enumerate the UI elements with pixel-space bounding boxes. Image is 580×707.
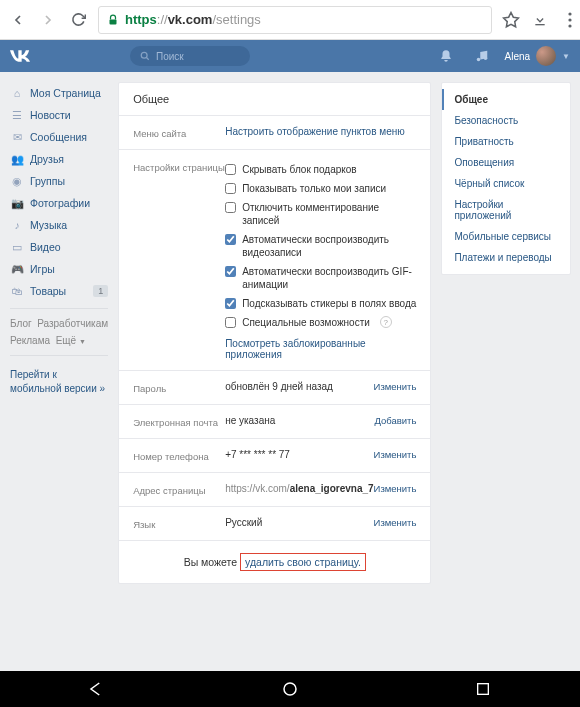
android-home-button[interactable]: [276, 675, 304, 703]
reload-button[interactable]: [68, 10, 88, 30]
nav-my-page[interactable]: ⌂Моя Страница: [10, 82, 108, 104]
ads-link[interactable]: Реклама: [10, 335, 50, 346]
search-icon: [140, 51, 150, 61]
vk-logo-icon[interactable]: [10, 50, 30, 62]
star-icon[interactable]: [502, 11, 522, 29]
android-back-button[interactable]: [83, 675, 111, 703]
checkbox-only-my-posts[interactable]: Показывать только мои записи: [225, 179, 416, 198]
games-icon: 🎮: [10, 262, 24, 276]
groups-icon: ◉: [10, 174, 24, 188]
checkbox-disable-comments[interactable]: Отключить комментирование записей: [225, 198, 416, 230]
tab-app-settings[interactable]: Настройки приложений: [442, 194, 570, 226]
address-label: Адрес страницы: [133, 483, 225, 496]
password-label: Пароль: [133, 381, 225, 394]
phone-change-link[interactable]: Изменить: [374, 449, 417, 462]
delete-account-link[interactable]: удалить свою страницу.: [240, 553, 366, 571]
nav-market[interactable]: 🛍Товары1: [10, 280, 108, 302]
tab-payments[interactable]: Платежи и переводы: [442, 247, 570, 268]
svg-point-7: [476, 58, 480, 62]
browser-bar: https://vk.com/settings: [0, 0, 580, 40]
chevron-down-icon: ▼: [562, 52, 570, 61]
nav-photos[interactable]: 📷Фотографии: [10, 192, 108, 214]
nav-messages[interactable]: ✉Сообщения: [10, 126, 108, 148]
mobile-version-link[interactable]: Перейти к мобильной версии »: [10, 362, 108, 396]
password-value: обновлён 9 дней назад: [225, 381, 373, 394]
address-change-link[interactable]: Изменить: [374, 483, 417, 496]
menu-configure-link[interactable]: Настроить отображение пунктов меню: [225, 126, 416, 139]
svg-point-6: [141, 52, 147, 58]
url-bar[interactable]: https://vk.com/settings: [98, 6, 492, 34]
email-label: Электронная почта: [133, 415, 225, 428]
lang-change-link[interactable]: Изменить: [374, 517, 417, 530]
tab-mobile[interactable]: Мобильные сервисы: [442, 226, 570, 247]
music-nav-icon: ♪: [10, 218, 24, 232]
news-icon: ☰: [10, 108, 24, 122]
email-add-link[interactable]: Добавить: [374, 415, 416, 428]
phone-label: Номер телефона: [133, 449, 225, 462]
settings-tabs: Общее Безопасность Приватность Оповещени…: [441, 82, 571, 275]
svg-rect-2: [535, 24, 544, 25]
checkbox-autoplay-video[interactable]: Автоматически воспроизводить видеозаписи: [225, 230, 416, 262]
lock-icon: [107, 14, 119, 26]
lang-label: Язык: [133, 517, 225, 530]
nav-music[interactable]: ♪Музыка: [10, 214, 108, 236]
market-icon: 🛍: [10, 284, 24, 298]
android-nav-bar: [0, 671, 580, 707]
user-menu[interactable]: Alena ▼: [505, 46, 571, 66]
svg-point-9: [284, 683, 296, 695]
badge: 1: [93, 285, 108, 297]
vk-header: Поиск Alena ▼: [0, 40, 580, 72]
svg-rect-10: [478, 684, 489, 695]
svg-marker-1: [504, 12, 519, 26]
footer-links-2: Реклама Ещё ▼: [10, 332, 108, 349]
dev-link[interactable]: Разработчикам: [37, 318, 108, 329]
delete-account-row: Вы можете удалить свою страницу.: [119, 541, 430, 583]
svg-point-3: [568, 12, 571, 15]
download-icon[interactable]: [532, 12, 552, 28]
music-icon[interactable]: [475, 49, 489, 63]
settings-card: Общее Меню сайта Настроить отображение п…: [118, 82, 431, 584]
friends-icon: 👥: [10, 152, 24, 166]
phone-value: +7 *** *** ** 77: [225, 449, 373, 462]
username: Alena: [505, 51, 531, 62]
blocked-apps-link[interactable]: Посмотреть заблокированные приложения: [225, 332, 416, 360]
svg-point-4: [568, 18, 571, 21]
checkbox-sticker-hints[interactable]: Подсказывать стикеры в полях ввода: [225, 294, 416, 313]
tab-notifications[interactable]: Оповещения: [442, 152, 570, 173]
nav-games[interactable]: 🎮Игры: [10, 258, 108, 280]
notifications-icon[interactable]: [439, 49, 453, 63]
password-change-link[interactable]: Изменить: [374, 381, 417, 394]
checkbox-hide-gifts[interactable]: Скрывать блок подарков: [225, 160, 416, 179]
url-text: https://vk.com/settings: [125, 12, 261, 27]
search-input[interactable]: Поиск: [130, 46, 250, 66]
avatar: [536, 46, 556, 66]
menu-label: Меню сайта: [133, 126, 225, 139]
help-icon[interactable]: ?: [380, 316, 392, 328]
android-recent-button[interactable]: [469, 675, 497, 703]
tab-security[interactable]: Безопасность: [442, 110, 570, 131]
nav-friends[interactable]: 👥Друзья: [10, 148, 108, 170]
left-nav: ⌂Моя Страница ☰Новости ✉Сообщения 👥Друзь…: [10, 72, 108, 584]
nav-news[interactable]: ☰Новости: [10, 104, 108, 126]
more-link[interactable]: Ещё: [56, 335, 76, 346]
search-placeholder: Поиск: [156, 51, 184, 62]
footer-links: Блог Разработчикам: [10, 315, 108, 332]
nav-groups[interactable]: ◉Группы: [10, 170, 108, 192]
checkbox-autoplay-gif[interactable]: Автоматически воспроизводить GIF-анимаци…: [225, 262, 416, 294]
back-button[interactable]: [8, 10, 28, 30]
email-value: не указана: [225, 415, 374, 428]
nav-video[interactable]: ▭Видео: [10, 236, 108, 258]
svg-rect-0: [110, 19, 117, 24]
lang-value: Русский: [225, 517, 373, 530]
photos-icon: 📷: [10, 196, 24, 210]
checkbox-accessibility[interactable]: Специальные возможности?: [225, 313, 416, 332]
tab-blacklist[interactable]: Чёрный список: [442, 173, 570, 194]
tab-general[interactable]: Общее: [442, 89, 570, 110]
page-settings-label: Настройки страницы: [133, 160, 225, 360]
forward-button[interactable]: [38, 10, 58, 30]
more-menu-icon[interactable]: [568, 12, 572, 28]
svg-point-5: [568, 24, 571, 27]
blog-link[interactable]: Блог: [10, 318, 32, 329]
card-title: Общее: [119, 83, 430, 116]
tab-privacy[interactable]: Приватность: [442, 131, 570, 152]
